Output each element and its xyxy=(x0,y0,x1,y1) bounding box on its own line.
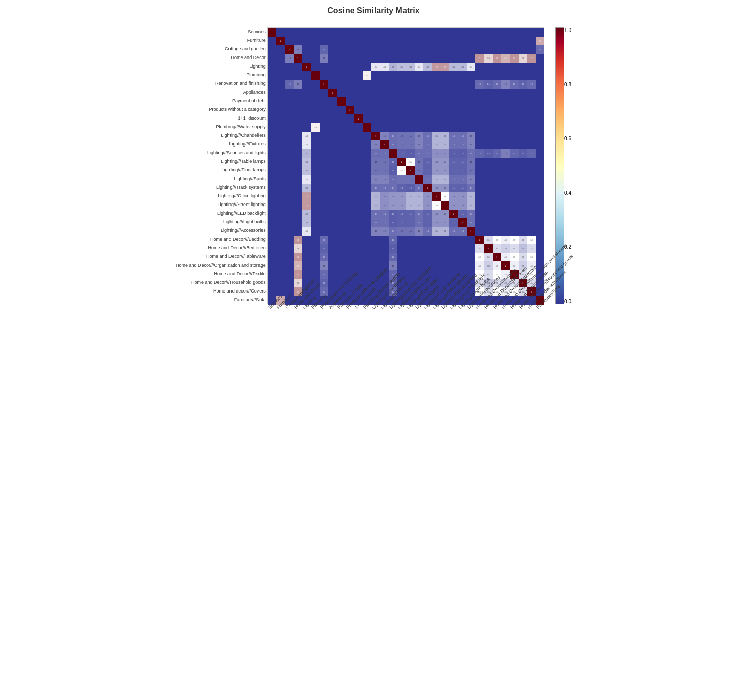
matrix-cell: .31 xyxy=(467,201,475,210)
x-label-wrapper: Lighting///Sconces and lights xyxy=(388,305,397,387)
matrix-cell xyxy=(493,140,501,149)
matrix-cell xyxy=(519,192,527,201)
x-label-wrapper: Lighting///Accessories xyxy=(466,305,475,387)
matrix-cell: .46 xyxy=(501,253,510,261)
matrix-cell xyxy=(354,192,363,201)
matrix-cell xyxy=(276,158,285,166)
matrix-cell xyxy=(527,71,536,80)
matrix-cell xyxy=(276,63,285,71)
matrix-cell xyxy=(467,71,475,80)
x-label-wrapper: Lighting///Floor lamps xyxy=(406,305,414,387)
matrix-cell xyxy=(423,106,432,114)
matrix-cell xyxy=(302,236,311,244)
matrix-cell: .10 xyxy=(458,149,467,158)
matrix-cell xyxy=(371,106,380,114)
matrix-cell xyxy=(268,54,276,63)
matrix-cell xyxy=(519,175,527,184)
matrix-cell xyxy=(519,97,527,106)
matrix-cell xyxy=(268,201,276,210)
matrix-cell xyxy=(328,192,337,201)
matrix-cell xyxy=(493,114,501,123)
matrix-cell xyxy=(423,253,432,261)
matrix-cell xyxy=(432,71,441,80)
matrix-cell xyxy=(449,37,458,45)
matrix-cell xyxy=(320,106,328,114)
matrix-cell xyxy=(484,45,493,54)
matrix-cell xyxy=(484,123,493,132)
matrix-cell xyxy=(285,261,294,270)
matrix-cell xyxy=(449,89,458,97)
matrix-cell: .22 xyxy=(432,149,441,158)
matrix-cell xyxy=(510,89,519,97)
matrix-cell xyxy=(363,149,371,158)
matrix-cell xyxy=(346,123,354,132)
colorbar-08: 0.8 xyxy=(564,82,571,88)
matrix-cell xyxy=(268,218,276,227)
matrix-cell xyxy=(276,244,285,253)
matrix-cell xyxy=(294,123,302,132)
matrix-cell xyxy=(337,236,346,244)
x-label-wrapper: Payment of debt xyxy=(336,305,345,387)
matrix-cell xyxy=(527,184,536,192)
matrix-cell xyxy=(337,253,346,261)
matrix-cell xyxy=(519,132,527,140)
matrix-cell: .41 xyxy=(519,236,527,244)
matrix-cell xyxy=(328,210,337,218)
matrix-cell: .49 xyxy=(441,192,449,201)
matrix-cell: .14 xyxy=(467,149,475,158)
matrix-cell xyxy=(268,270,276,279)
matrix-cell xyxy=(380,89,389,97)
matrix-cell xyxy=(285,218,294,227)
matrix-cell xyxy=(268,37,276,45)
matrix-cell xyxy=(311,54,320,63)
matrix-cell xyxy=(475,218,484,227)
y-labels: ServicesFurnitureCottage and gardenHome … xyxy=(176,27,267,304)
matrix-cell xyxy=(371,244,380,253)
matrix-cell xyxy=(346,244,354,253)
matrix-cell xyxy=(354,45,363,54)
matrix-cell xyxy=(484,158,493,166)
matrix-cell xyxy=(346,184,354,192)
matrix-cell xyxy=(501,158,510,166)
matrix-cell: .10 xyxy=(389,210,397,218)
matrix-cell xyxy=(389,97,397,106)
matrix-cell: .23 xyxy=(423,201,432,210)
matrix-cell: .11 xyxy=(320,244,328,253)
matrix-cell: .31 xyxy=(432,132,441,140)
matrix-cell xyxy=(276,132,285,140)
matrix-cell xyxy=(294,149,302,158)
matrix-cell xyxy=(510,175,519,184)
matrix-cell xyxy=(354,166,363,175)
matrix-cell xyxy=(285,123,294,132)
matrix-cell xyxy=(484,37,493,45)
matrix-cell: 1 xyxy=(346,106,354,114)
matrix-cell: 1 xyxy=(337,97,346,106)
matrix-cell xyxy=(320,37,328,45)
matrix-cell: .10 xyxy=(406,184,415,192)
matrix-cell xyxy=(294,140,302,149)
matrix-cell xyxy=(328,184,337,192)
matrix-cell xyxy=(536,28,544,37)
y-label: Home and Decor xyxy=(231,53,267,62)
matrix-cell xyxy=(380,45,389,54)
colorbar-04: 0.4 xyxy=(564,190,571,196)
y-label: Appliances xyxy=(243,88,267,97)
matrix-cell xyxy=(328,166,337,175)
matrix-cell: .19 xyxy=(371,175,380,184)
matrix-cell xyxy=(363,166,371,175)
matrix-cell xyxy=(458,97,467,106)
matrix-cell: .51 xyxy=(397,166,406,175)
matrix-cell: .34 xyxy=(302,158,311,166)
matrix-cell xyxy=(415,80,423,89)
matrix-cell: 1 xyxy=(467,227,475,236)
matrix-cell: .11 xyxy=(406,210,415,218)
matrix-cell xyxy=(458,80,467,89)
matrix-cell xyxy=(406,253,415,261)
matrix-cell: .33 xyxy=(449,63,458,71)
matrix-cell xyxy=(302,253,311,261)
matrix-cell xyxy=(320,175,328,184)
matrix-cell: 1 xyxy=(371,132,380,140)
matrix-cell xyxy=(363,89,371,97)
matrix-cell: .13 xyxy=(320,253,328,261)
matrix-cell xyxy=(441,114,449,123)
